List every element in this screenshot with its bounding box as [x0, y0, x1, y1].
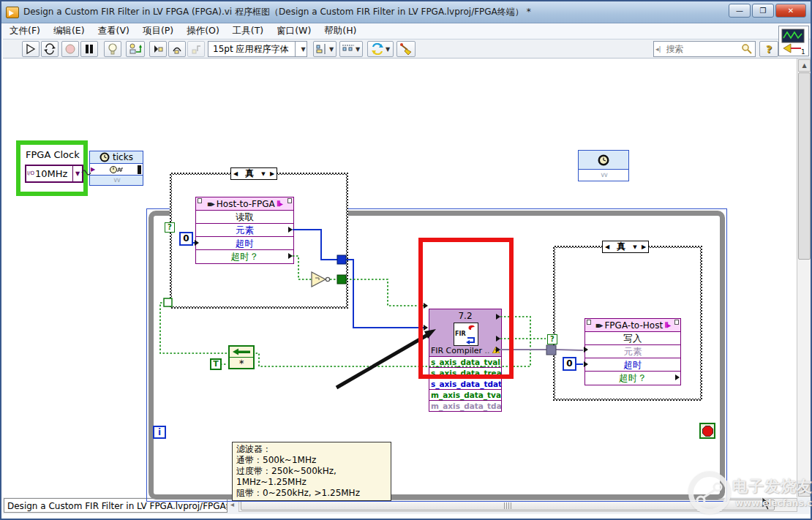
- help-icon: ?: [766, 43, 772, 55]
- clock-period-icon: [109, 165, 124, 174]
- fifo-method-write[interactable]: 写入: [585, 332, 680, 345]
- timed-loop-output-node[interactable]: ∨∨: [578, 150, 629, 181]
- menu-file[interactable]: 文件(F): [3, 23, 47, 39]
- host-to-fpga-fifo-node[interactable]: ▪▸ Host-to-FPGA ⫴▸ 读取 元素 超时 超时？: [195, 197, 294, 264]
- probe-icon: [129, 43, 142, 55]
- fir-port-s-tdata[interactable]: s_axis_data_tdata: [429, 379, 502, 390]
- timeout-constant[interactable]: 0: [563, 357, 576, 371]
- loop-stop-terminal[interactable]: [699, 423, 715, 439]
- fpga-to-host-fifo-node[interactable]: ▪▸ FPGA-to-Host ⫴▸ 写入 元素 超时 超时？: [584, 318, 681, 385]
- step-into-button[interactable]: [149, 41, 167, 57]
- scroll-down-button[interactable]: ▼: [798, 484, 811, 497]
- next-case-icon[interactable]: ▶: [639, 244, 648, 250]
- distribute-objects-button[interactable]: ▼: [339, 41, 363, 57]
- collapse-chevron-icon[interactable]: ∨∨: [90, 176, 143, 185]
- minimize-button[interactable]: —: [729, 4, 751, 18]
- menu-window[interactable]: 窗口(W): [270, 23, 317, 39]
- loop-iteration-terminal[interactable]: i: [153, 426, 166, 439]
- page-corner-icon: [198, 198, 202, 203]
- prev-case-icon[interactable]: ◀: [603, 244, 612, 250]
- timeout-constant[interactable]: 0: [179, 232, 193, 246]
- fifo-timeout-in[interactable]: 超时: [585, 358, 680, 372]
- note-line: 阻带：0~250kHz, >1.25MHz: [236, 488, 387, 499]
- font-selector[interactable]: 15pt 应用程序字体 ▼: [208, 41, 307, 57]
- window-frame: Design a Custom FIR Filter in LV FPGA (F…: [0, 0, 812, 520]
- title-bar: Design a Custom FIR Filter in LV FPGA (F…: [1, 1, 811, 23]
- case-left-selector-terminal[interactable]: ?: [165, 222, 175, 233]
- fir-port-m-tvalid[interactable]: m_axis_data_tvalid: [429, 390, 502, 401]
- abort-button[interactable]: [61, 41, 79, 57]
- collapse-chevron-icon[interactable]: ∨∨: [579, 170, 628, 181]
- labview-vi-icon: [6, 7, 19, 18]
- fifo-method-read[interactable]: 读取: [196, 211, 293, 224]
- terminal-bar-icon: [138, 165, 141, 174]
- fpga-clock-value: 10MHz: [35, 168, 72, 179]
- timed-loop-input-node[interactable]: ticks ▶ ∨∨: [89, 151, 143, 186]
- scroll-up-button[interactable]: ▲: [798, 59, 811, 72]
- align-objects-button[interactable]: ▼: [313, 41, 337, 57]
- lightbulb-icon: [108, 43, 118, 55]
- menu-project[interactable]: 项目(P): [136, 23, 180, 39]
- search-box[interactable]: ◂|: [653, 41, 756, 57]
- clock-icon: [99, 152, 110, 162]
- comment-note[interactable]: 滤波器： 通带：500k~1MHz 过度带：250k~500kHz, 1MHz~…: [232, 442, 391, 501]
- search-collapse-handle[interactable]: ◂|: [654, 45, 663, 53]
- fifo-element-out[interactable]: 元素: [196, 224, 293, 237]
- menu-view[interactable]: 查看(V): [91, 23, 136, 39]
- run-button[interactable]: [22, 41, 40, 57]
- menu-tools[interactable]: 工具(T): [226, 23, 270, 39]
- target-fifo-title: FPGA-to-Host: [604, 320, 663, 331]
- ticks-label: ticks: [113, 152, 133, 162]
- fifo-timeout-in[interactable]: 超时: [196, 237, 293, 250]
- step-into-icon: [153, 44, 163, 54]
- step-over-button[interactable]: [168, 41, 186, 57]
- vertical-scroll-thumb[interactable]: [798, 72, 811, 260]
- retain-wire-values-button[interactable]: [126, 41, 145, 57]
- chevron-down-icon[interactable]: ▼: [72, 166, 82, 181]
- close-button[interactable]: ✕: [775, 4, 806, 18]
- align-objects-icon: [316, 44, 328, 54]
- menu-edit[interactable]: 编辑(E): [47, 23, 91, 39]
- pause-button[interactable]: [80, 41, 98, 57]
- resize-objects-button[interactable]: ▼: [367, 41, 394, 57]
- case-left-selector[interactable]: ◀ 真 ▼ ▶: [230, 167, 277, 180]
- menu-help[interactable]: 帮助(H): [317, 23, 363, 39]
- highlight-execution-button[interactable]: [104, 41, 121, 57]
- true-constant[interactable]: T: [210, 358, 222, 370]
- host-fifo-title: Host-to-FPGA: [217, 199, 275, 209]
- page-corner-icon: [587, 320, 591, 325]
- fifo-timedout-out[interactable]: 超时？: [196, 250, 293, 263]
- vi-hierarchy-icon[interactable]: 1: [778, 26, 809, 56]
- fifo-timedout-out[interactable]: 超时？: [585, 372, 680, 385]
- prev-case-icon[interactable]: ◀: [231, 170, 240, 177]
- case-right-selector-terminal[interactable]: ?: [547, 334, 557, 344]
- step-over-icon: [172, 44, 182, 54]
- broom-icon: [399, 43, 413, 55]
- search-input[interactable]: [663, 44, 741, 54]
- red-highlight-box: [418, 238, 514, 379]
- restore-button[interactable]: ❐: [752, 4, 774, 18]
- svg-text:1: 1: [801, 48, 805, 56]
- chevron-down-icon[interactable]: ▼: [259, 171, 268, 177]
- run-continuous-button[interactable]: [41, 41, 59, 57]
- fir-port-m-tdata[interactable]: m_axis_data_tdata: [429, 401, 502, 412]
- feedback-node[interactable]: ∗: [228, 345, 255, 369]
- note-line: 过度带：250k~500kHz, 1MHz~1.25MHz: [236, 466, 387, 488]
- cleanup-diagram-button[interactable]: [396, 41, 416, 57]
- run-icon: [25, 43, 37, 55]
- block-diagram[interactable]: FPGA Clock I/O 10MHz ▼ ticks ▶ ∨∨ ∨∨: [3, 59, 797, 497]
- case-right-selector[interactable]: ◀ 真 ▼ ▶: [602, 241, 649, 253]
- next-case-icon[interactable]: ▶: [268, 170, 277, 177]
- vertical-scrollbar[interactable]: ▲ ▼: [797, 59, 811, 497]
- input-arrow-icon: ▶: [90, 166, 95, 173]
- toolbar: 15pt 应用程序字体 ▼ ▼ ▼ ▼ ◂| ?: [3, 39, 811, 59]
- abort-icon: [65, 44, 75, 54]
- menu-operate[interactable]: 操作(O): [180, 23, 226, 39]
- case-right-selector-label: 真: [612, 241, 631, 253]
- page-corner-icon: [674, 320, 679, 325]
- fpga-clock-control[interactable]: I/O 10MHz ▼: [25, 165, 83, 183]
- help-button[interactable]: ?: [759, 41, 778, 57]
- fifo-element-in[interactable]: 元素: [585, 345, 680, 358]
- step-out-button[interactable]: [187, 41, 205, 57]
- chevron-down-icon[interactable]: ▼: [631, 244, 639, 250]
